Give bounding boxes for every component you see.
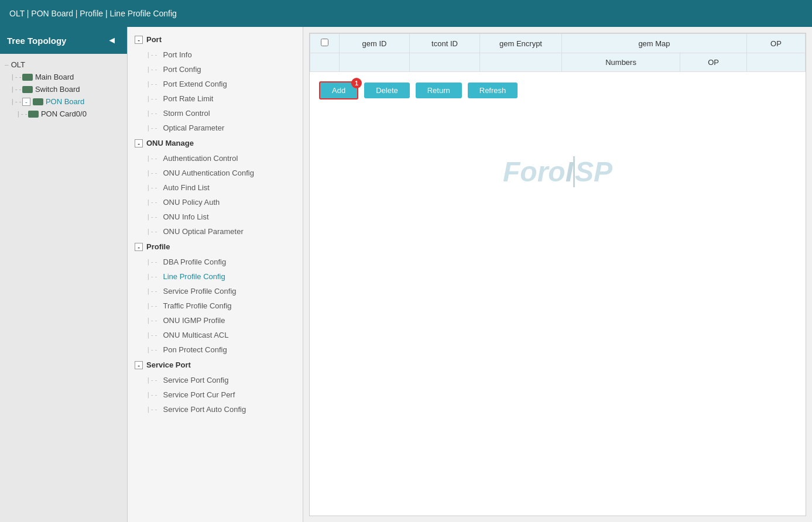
menu-item-pon-protect-config[interactable]: Pon Protect Config <box>128 342 303 357</box>
menu-item-onu-policy-auth[interactable]: ONU Policy Auth <box>128 195 303 210</box>
section-profile-label: Profile <box>146 242 170 251</box>
delete-button-label: Delete <box>376 86 398 95</box>
port-expand[interactable]: - <box>135 36 143 44</box>
th-tcont-id: tcont ID <box>410 34 480 53</box>
breadcrumb-header: OLT | PON Board | Profile | Line Profile… <box>0 0 812 27</box>
menu-item-traffic-profile-config[interactable]: Traffic Profile Config <box>128 298 303 313</box>
main-board-label: Main Board <box>35 73 74 81</box>
menu-item-onu-optical-parameter[interactable]: ONU Optical Parameter <box>128 224 303 239</box>
section-onu-manage[interactable]: - ONU Manage <box>128 135 303 151</box>
dba-profile-config-label: DBA Profile Config <box>163 257 227 266</box>
th-gem-encrypt: gem Encrypt <box>480 34 562 53</box>
section-onu-manage-label: ONU Manage <box>146 139 194 147</box>
select-all-checkbox[interactable] <box>321 39 328 46</box>
profile-expand[interactable]: - <box>135 243 143 251</box>
pon-protect-config-label: Pon Protect Config <box>163 345 227 354</box>
menu-item-port-rate-limit[interactable]: Port Rate Limit <box>128 91 303 106</box>
add-button-label: Add <box>332 86 345 95</box>
port-info-label: Port Info <box>163 50 192 59</box>
th-gem-map: gem Map <box>562 34 747 53</box>
menu-item-authentication-control[interactable]: Authentication Control <box>128 151 303 166</box>
tree-item-switch-board[interactable]: |-- Switch Board <box>0 83 127 95</box>
onu-policy-auth-label: ONU Policy Auth <box>163 198 220 207</box>
refresh-button[interactable]: Refresh <box>468 83 518 98</box>
sidebar: Tree Topology ◄ — OLT |-- Main Board |--… <box>0 27 128 522</box>
content-area: gem ID tcont ID gem Encrypt gem Map OP N… <box>309 33 806 516</box>
action-bar: Add 1 Delete Return Refresh <box>310 72 806 109</box>
menu-item-service-port-auto-config[interactable]: Service Port Auto Config <box>128 402 303 417</box>
watermark-text: ForoISP <box>503 156 612 188</box>
menu-item-onu-igmp-profile[interactable]: ONU IGMP Profile <box>128 313 303 328</box>
onu-authentication-config-label: ONU Authentication Config <box>163 169 254 177</box>
port-extend-config-label: Port Extend Config <box>163 80 227 88</box>
th-gem-map-numbers: Numbers <box>562 53 680 72</box>
traffic-profile-config-label: Traffic Profile Config <box>163 301 232 310</box>
optical-parameter-label: Optical Parameter <box>163 123 225 132</box>
line-profile-config-label: Line Profile Config <box>163 272 225 281</box>
onu-igmp-profile-label: ONU IGMP Profile <box>163 316 225 325</box>
data-table: gem ID tcont ID gem Encrypt gem Map OP N… <box>310 33 806 72</box>
sidebar-collapse-button[interactable]: ◄ <box>104 34 120 47</box>
menu-item-service-profile-config[interactable]: Service Profile Config <box>128 284 303 298</box>
th-sub-empty-5 <box>747 53 806 72</box>
menu-item-port-extend-config[interactable]: Port Extend Config <box>128 77 303 91</box>
breadcrumb-text: OLT | PON Board | Profile | Line Profile… <box>9 9 177 18</box>
th-sub-empty-3 <box>410 53 480 72</box>
menu-item-storm-control[interactable]: Storm Control <box>128 106 303 121</box>
menu-item-port-info[interactable]: Port Info <box>128 47 303 62</box>
menu-item-port-config[interactable]: Port Config <box>128 62 303 77</box>
onu-info-list-label: ONU Info List <box>163 212 209 221</box>
olt-label: OLT <box>11 60 25 69</box>
service-profile-config-label: Service Profile Config <box>163 287 237 296</box>
menu-item-service-port-config[interactable]: Service Port Config <box>128 373 303 387</box>
return-button-label: Return <box>427 86 450 95</box>
return-button[interactable]: Return <box>416 83 462 98</box>
section-service-port-label: Service Port <box>146 360 191 369</box>
service-port-auto-config-label: Service Port Auto Config <box>163 405 246 414</box>
th-sub-empty-2 <box>340 53 410 72</box>
switch-board-label: Switch Board <box>35 85 80 94</box>
menu-item-onu-authentication-config[interactable]: ONU Authentication Config <box>128 166 303 180</box>
service-port-cur-perf-label: Service Port Cur Perf <box>163 390 235 399</box>
tree-item-pon-card[interactable]: |-- PON Card0/0 <box>0 108 127 120</box>
tree-item-main-board[interactable]: |-- Main Board <box>0 71 127 83</box>
service-port-config-label: Service Port Config <box>163 376 229 384</box>
th-checkbox <box>310 34 340 53</box>
sidebar-title-text: Tree Topology <box>7 36 66 46</box>
middle-panel: - Port Port Info Port Config Port Extend… <box>128 27 303 522</box>
service-port-expand[interactable]: - <box>135 361 143 369</box>
th-sub-empty-4 <box>480 53 562 72</box>
onu-manage-expand[interactable]: - <box>135 139 143 147</box>
section-service-port[interactable]: - Service Port <box>128 357 303 373</box>
main-board-icon <box>22 74 33 81</box>
add-button[interactable]: Add 1 <box>319 81 358 99</box>
menu-item-dba-profile-config[interactable]: DBA Profile Config <box>128 255 303 269</box>
section-profile[interactable]: - Profile <box>128 239 303 255</box>
menu-item-optical-parameter[interactable]: Optical Parameter <box>128 121 303 135</box>
onu-multicast-acl-label: ONU Multicast ACL <box>163 331 229 339</box>
onu-optical-parameter-label: ONU Optical Parameter <box>163 227 244 236</box>
pon-board-label: PON Board <box>46 97 84 106</box>
menu-item-onu-info-list[interactable]: ONU Info List <box>128 210 303 224</box>
menu-item-auto-find-list[interactable]: Auto Find List <box>128 180 303 195</box>
auto-find-list-label: Auto Find List <box>163 183 210 192</box>
delete-button[interactable]: Delete <box>364 83 410 98</box>
tree-item-pon-board[interactable]: |-- - PON Board <box>0 95 127 108</box>
th-sub-empty-1 <box>310 53 340 72</box>
authentication-control-label: Authentication Control <box>163 154 238 163</box>
menu-item-service-port-cur-perf[interactable]: Service Port Cur Perf <box>128 387 303 402</box>
th-gem-id: gem ID <box>340 34 410 53</box>
menu-item-onu-multicast-acl[interactable]: ONU Multicast ACL <box>128 328 303 342</box>
port-config-label: Port Config <box>163 65 201 74</box>
watermark: ForoISP <box>310 109 806 235</box>
section-port-label: Port <box>146 35 162 44</box>
add-badge: 1 <box>351 78 362 88</box>
pon-board-expand[interactable]: - <box>22 98 30 106</box>
section-port[interactable]: - Port <box>128 32 303 47</box>
tree: — OLT |-- Main Board |-- Switch Board |-… <box>0 54 127 125</box>
menu-item-line-profile-config[interactable]: Line Profile Config <box>128 269 303 284</box>
sidebar-title: Tree Topology ◄ <box>0 27 127 54</box>
th-op: OP <box>747 34 806 53</box>
main-content: gem ID tcont ID gem Encrypt gem Map OP N… <box>303 27 812 522</box>
tree-item-olt[interactable]: — OLT <box>0 59 127 71</box>
